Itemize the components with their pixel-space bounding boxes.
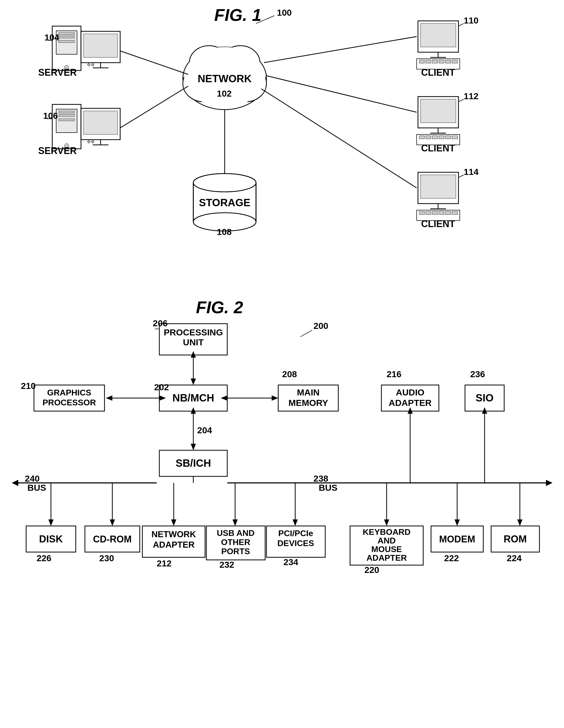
sb-ich-label: SB/ICH bbox=[175, 457, 211, 469]
svg-rect-62 bbox=[432, 136, 438, 139]
main-memory-label2: MEMORY bbox=[289, 398, 328, 408]
svg-line-81 bbox=[264, 37, 417, 63]
svg-marker-124 bbox=[455, 519, 460, 526]
storage-label: STORAGE bbox=[199, 197, 250, 208]
ref-232: 232 bbox=[219, 560, 234, 570]
ref-200: 200 bbox=[314, 321, 329, 331]
ref-210: 210 bbox=[21, 381, 36, 391]
fig1-title: FIG. 1 bbox=[214, 5, 261, 25]
svg-rect-77 bbox=[452, 211, 458, 215]
client2-label: CLIENT bbox=[421, 143, 455, 153]
svg-marker-122 bbox=[384, 519, 389, 526]
svg-marker-126 bbox=[517, 519, 522, 526]
svg-line-78 bbox=[459, 175, 464, 177]
ref-100: 100 bbox=[277, 8, 292, 17]
svg-rect-8 bbox=[84, 34, 117, 57]
svg-rect-73 bbox=[426, 211, 431, 215]
svg-line-66 bbox=[459, 99, 464, 102]
ref-216: 216 bbox=[387, 369, 402, 379]
svg-rect-5 bbox=[59, 40, 74, 43]
server1-label: SERVER bbox=[38, 67, 76, 78]
main-memory-label: MAIN bbox=[297, 387, 320, 397]
ref-110: 110 bbox=[464, 15, 479, 25]
kb-label2: AND bbox=[378, 536, 396, 545]
svg-rect-4 bbox=[59, 36, 74, 38]
svg-marker-109 bbox=[546, 480, 553, 486]
fig2-title: FIG. 2 bbox=[196, 298, 243, 317]
ref-234: 234 bbox=[284, 557, 298, 567]
svg-rect-76 bbox=[445, 211, 451, 215]
svg-point-25 bbox=[91, 140, 94, 143]
kb-label3: MOUSE bbox=[371, 544, 402, 554]
network-label: NETWORK bbox=[198, 73, 252, 84]
svg-rect-72 bbox=[419, 211, 425, 215]
kb-label4: ADAPTER bbox=[367, 553, 407, 563]
ref-108: 108 bbox=[217, 227, 232, 237]
svg-point-11 bbox=[87, 63, 90, 66]
modem-label: MODEM bbox=[439, 534, 475, 544]
ref-102: 102 bbox=[217, 88, 232, 98]
ref-220: 220 bbox=[365, 565, 379, 575]
svg-marker-114 bbox=[110, 519, 115, 526]
nb-mch-label: NB/MCH bbox=[172, 392, 214, 404]
ref-230: 230 bbox=[99, 553, 114, 563]
ref-208: 208 bbox=[282, 369, 297, 379]
ref-104: 104 bbox=[44, 32, 59, 42]
ref-226: 226 bbox=[37, 553, 51, 563]
fig2-diagram: FIG. 2 200 PROCESSING UNIT 206 NB/MCH 20… bbox=[0, 295, 564, 726]
svg-marker-112 bbox=[48, 519, 54, 526]
svg-rect-56 bbox=[421, 99, 456, 123]
bus2-label: BUS bbox=[319, 483, 338, 493]
rom-label: ROM bbox=[504, 534, 527, 544]
svg-rect-49 bbox=[426, 60, 431, 63]
net-adapter-label: NETWORK bbox=[151, 529, 196, 539]
audio-adapter-label2: ADAPTER bbox=[389, 398, 432, 408]
svg-marker-107 bbox=[12, 480, 18, 486]
svg-line-79 bbox=[120, 51, 188, 74]
svg-marker-116 bbox=[171, 519, 176, 526]
svg-rect-17 bbox=[59, 114, 74, 116]
client1-label: CLIENT bbox=[421, 67, 455, 78]
usb-label3: PORTS bbox=[221, 547, 250, 556]
ref-202: 202 bbox=[154, 382, 169, 392]
svg-rect-65 bbox=[452, 136, 458, 139]
server2-label: SERVER bbox=[38, 145, 76, 156]
svg-rect-3 bbox=[59, 33, 74, 35]
fig1-diagram: FIG. 1 100 SERVER 104 bbox=[0, 0, 564, 295]
net-adapter-label2: ADAPTER bbox=[153, 540, 195, 549]
processing-unit-label: PROCESSING bbox=[164, 327, 223, 337]
svg-rect-53 bbox=[452, 60, 458, 63]
ref-204: 204 bbox=[197, 425, 212, 435]
graphics-proc-label: GRAPHICS bbox=[47, 388, 91, 397]
svg-rect-21 bbox=[84, 111, 117, 134]
graphics-proc-label2: PROCESSOR bbox=[43, 398, 96, 407]
client3-label: CLIENT bbox=[421, 218, 455, 229]
svg-rect-16 bbox=[59, 111, 74, 113]
audio-adapter-label: AUDIO bbox=[396, 387, 425, 397]
svg-point-12 bbox=[91, 63, 94, 66]
svg-rect-48 bbox=[419, 60, 425, 63]
svg-marker-118 bbox=[232, 519, 238, 526]
svg-marker-93 bbox=[106, 395, 112, 401]
processing-unit-label2: UNIT bbox=[183, 337, 204, 347]
svg-rect-18 bbox=[59, 119, 74, 121]
svg-rect-64 bbox=[445, 136, 451, 139]
svg-line-54 bbox=[459, 23, 464, 26]
svg-point-24 bbox=[87, 140, 90, 143]
svg-rect-52 bbox=[445, 60, 451, 63]
svg-line-83 bbox=[261, 89, 417, 188]
bus1-label: BUS bbox=[27, 483, 46, 493]
ref-224: 224 bbox=[507, 553, 522, 563]
sio-label: SIO bbox=[476, 392, 494, 404]
svg-marker-90 bbox=[191, 378, 196, 385]
usb-label2: OTHER bbox=[221, 537, 250, 547]
pci-label2: DEVICES bbox=[277, 538, 314, 548]
ref-106: 106 bbox=[43, 111, 58, 121]
pci-label: PCI/PCIe bbox=[278, 529, 313, 538]
svg-point-42 bbox=[193, 174, 256, 192]
usb-label: USB AND bbox=[217, 528, 255, 538]
ref-212: 212 bbox=[157, 558, 172, 568]
svg-rect-44 bbox=[421, 23, 456, 47]
ref-112: 112 bbox=[464, 91, 479, 101]
ref-222: 222 bbox=[444, 553, 459, 563]
